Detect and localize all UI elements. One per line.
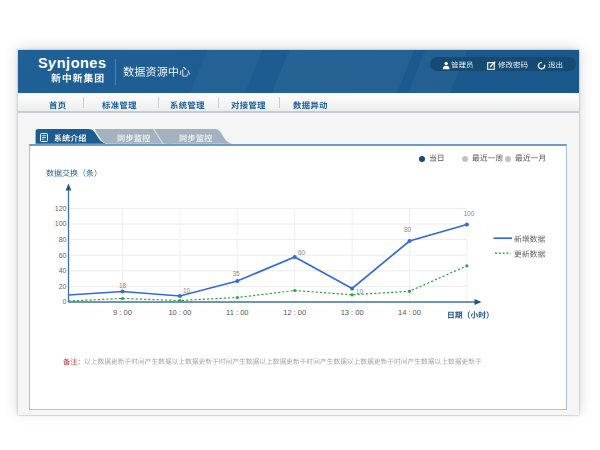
svg-text:12 : 00: 12 : 00 <box>283 308 306 317</box>
svg-text:80: 80 <box>58 236 66 243</box>
svg-text:35: 35 <box>232 270 240 277</box>
svg-text:100: 100 <box>463 210 474 217</box>
svg-text:20: 20 <box>58 283 66 290</box>
svg-text:11 : 00: 11 : 00 <box>226 308 248 317</box>
svg-text:18: 18 <box>119 282 127 289</box>
svg-text:80: 80 <box>404 226 412 233</box>
svg-text:100: 100 <box>54 220 66 227</box>
svg-text:10: 10 <box>183 287 191 294</box>
svg-text:120: 120 <box>54 205 66 212</box>
svg-text:60: 60 <box>298 249 306 256</box>
svg-text:60: 60 <box>58 252 66 259</box>
svg-text:9 : 00: 9 : 00 <box>113 308 132 317</box>
svg-text:14 : 00: 14 : 00 <box>398 308 421 317</box>
svg-text:10: 10 <box>355 288 363 295</box>
svg-text:13 : 00: 13 : 00 <box>340 308 363 317</box>
svg-text:40: 40 <box>58 267 66 274</box>
svg-text:10 : 00: 10 : 00 <box>168 308 191 317</box>
svg-text:0: 0 <box>62 298 66 305</box>
